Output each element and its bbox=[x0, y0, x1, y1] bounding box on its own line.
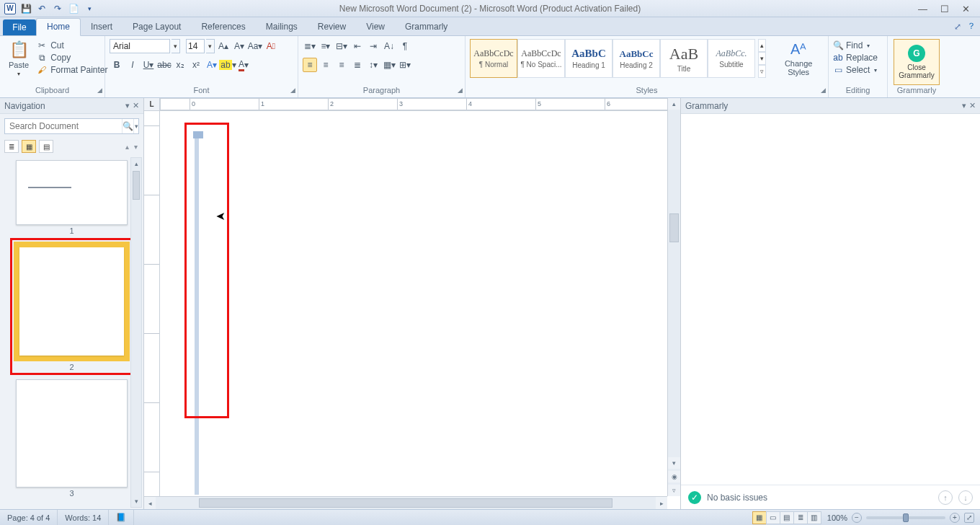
document-canvas[interactable]: ➤ bbox=[160, 111, 680, 509]
clear-formatting-button[interactable]: Aͤ bbox=[264, 39, 278, 53]
nav-next-icon[interactable]: ▾ bbox=[133, 143, 139, 151]
help-icon[interactable]: ？ bbox=[967, 20, 976, 32]
minimize-ribbon-icon[interactable]: ⤢ bbox=[954, 22, 961, 32]
nav-tab-results[interactable]: ▤ bbox=[39, 140, 53, 153]
qat-customize-icon[interactable]: ▾ bbox=[84, 3, 95, 14]
tab-selector[interactable]: L bbox=[144, 98, 160, 110]
font-launcher-icon[interactable]: ◢ bbox=[290, 87, 295, 94]
qat-extra-icon[interactable]: 📄 bbox=[68, 3, 79, 14]
scroll-up-icon[interactable]: ▴ bbox=[131, 158, 141, 169]
styles-more-icon[interactable]: ▿ bbox=[758, 65, 766, 78]
horizontal-scrollbar[interactable]: ◂ ▸ bbox=[144, 496, 667, 509]
text-effects-button[interactable]: A▾ bbox=[205, 58, 219, 72]
styles-row-down-icon[interactable]: ▾ bbox=[758, 52, 766, 65]
nav-thumbs-scrollbar[interactable]: ▴ ▾ bbox=[130, 157, 142, 508]
zoom-fit-button[interactable]: ⤢ bbox=[964, 513, 974, 523]
nav-thumb-page-3[interactable]: 3 bbox=[16, 379, 128, 498]
status-words[interactable]: Words: 14 bbox=[58, 510, 109, 525]
shrink-font-button[interactable]: A▾ bbox=[232, 39, 246, 53]
align-left-button[interactable]: ≡ bbox=[303, 58, 317, 72]
tab-file[interactable]: File bbox=[3, 19, 36, 35]
styles-gallery[interactable]: AaBbCcDc¶ NormalAaBbCcDc¶ No Spaci...AaB… bbox=[470, 39, 755, 78]
decrease-indent-button[interactable]: ⇤ bbox=[350, 39, 365, 53]
close-grammarly-button[interactable]: G Close Grammarly bbox=[894, 39, 940, 85]
numbering-button[interactable]: ≡▾ bbox=[318, 39, 333, 53]
tab-home[interactable]: Home bbox=[36, 18, 81, 36]
shading-button[interactable]: ▦▾ bbox=[382, 58, 396, 72]
grammarly-prev-issue-icon[interactable]: ↑ bbox=[938, 490, 953, 505]
style-tile--normal[interactable]: AaBbCcDc¶ Normal bbox=[470, 39, 517, 78]
search-icon[interactable]: 🔍 bbox=[122, 119, 133, 133]
nav-tab-headings[interactable]: ≣ bbox=[4, 140, 19, 153]
save-icon[interactable]: 💾 bbox=[20, 3, 32, 14]
align-right-button[interactable]: ≡ bbox=[334, 58, 349, 72]
tab-review[interactable]: Review bbox=[308, 19, 356, 35]
status-page[interactable]: Page: 4 of 4 bbox=[0, 510, 58, 525]
style-tile--no-spaci-[interactable]: AaBbCcDc¶ No Spaci... bbox=[517, 39, 565, 78]
italic-button[interactable]: I bbox=[125, 58, 140, 72]
vertical-ruler[interactable] bbox=[144, 111, 160, 509]
view-web-layout[interactable]: ▤ bbox=[780, 511, 794, 524]
styles-launcher-icon[interactable]: ◢ bbox=[821, 87, 826, 94]
cut-button[interactable]: ✂Cut bbox=[36, 40, 107, 50]
nav-pane-close-icon[interactable]: ✕ bbox=[133, 101, 139, 110]
strikethrough-button[interactable]: abc bbox=[157, 58, 172, 72]
styles-scroll[interactable]: ▴ ▾ ▿ bbox=[758, 39, 766, 78]
borders-button[interactable]: ⊞▾ bbox=[398, 58, 412, 72]
multilevel-list-button[interactable]: ⊟▾ bbox=[334, 39, 349, 53]
font-name-dropdown-icon[interactable]: ▾ bbox=[172, 39, 180, 53]
nav-prev-icon[interactable]: ▴ bbox=[124, 143, 130, 151]
tab-mailings[interactable]: Mailings bbox=[256, 19, 308, 35]
horizontal-ruler[interactable]: L bbox=[144, 98, 680, 111]
zoom-out-button[interactable]: − bbox=[852, 513, 862, 523]
tab-page-layout[interactable]: Page Layout bbox=[122, 19, 191, 35]
view-draft[interactable]: ▥ bbox=[807, 511, 821, 524]
zoom-level[interactable]: 100% bbox=[827, 513, 847, 522]
zoom-slider-knob[interactable] bbox=[903, 513, 909, 522]
undo-icon[interactable]: ↶ bbox=[36, 3, 48, 14]
font-size-input[interactable] bbox=[186, 39, 205, 53]
highlight-button[interactable]: ab▾ bbox=[220, 58, 235, 72]
tab-references[interactable]: References bbox=[191, 19, 255, 35]
nav-thumb-page-1[interactable]: 1 bbox=[16, 160, 128, 235]
scroll-down-icon[interactable]: ▾ bbox=[131, 495, 141, 507]
vertical-scrollbar[interactable]: ▴ ▾ ◉ ▿ bbox=[667, 98, 680, 496]
font-color-button[interactable]: A▾ bbox=[236, 58, 251, 72]
sort-button[interactable]: A↓ bbox=[382, 39, 396, 53]
show-marks-button[interactable]: ¶ bbox=[398, 39, 412, 53]
nav-pane-menu-icon[interactable]: ▾ bbox=[125, 101, 130, 110]
view-outline[interactable]: ≣ bbox=[793, 511, 808, 524]
bullets-button[interactable]: ≣▾ bbox=[303, 39, 317, 53]
bold-button[interactable]: B bbox=[110, 58, 124, 72]
clipboard-launcher-icon[interactable]: ◢ bbox=[97, 87, 102, 94]
paragraph-launcher-icon[interactable]: ◢ bbox=[458, 87, 463, 94]
tab-insert[interactable]: Insert bbox=[81, 19, 122, 35]
scroll-left-icon[interactable]: ◂ bbox=[144, 497, 156, 509]
scroll-thumb[interactable] bbox=[199, 498, 612, 508]
style-tile-heading-1[interactable]: AaBbCHeading 1 bbox=[565, 39, 612, 78]
scroll-right-icon[interactable]: ▸ bbox=[656, 497, 667, 509]
scroll-thumb[interactable] bbox=[133, 171, 140, 200]
grammarly-pane-close-icon[interactable]: ✕ bbox=[969, 101, 976, 110]
change-case-button[interactable]: Aa▾ bbox=[248, 39, 262, 53]
view-print-layout[interactable]: ▦ bbox=[752, 511, 767, 524]
underline-button[interactable]: U▾ bbox=[141, 58, 156, 72]
format-painter-button[interactable]: 🖌Format Painter bbox=[36, 65, 107, 75]
nav-thumb-page-2[interactable]: 2 bbox=[10, 238, 133, 375]
status-proofing[interactable]: 📘 bbox=[109, 510, 134, 525]
scroll-thumb[interactable] bbox=[669, 213, 679, 242]
close-button[interactable]: ✕ bbox=[962, 4, 970, 14]
tab-grammarly[interactable]: Grammarly bbox=[395, 19, 458, 35]
style-tile-heading-2[interactable]: AaBbCcHeading 2 bbox=[612, 39, 660, 78]
next-page-icon[interactable]: ▿ bbox=[668, 485, 680, 496]
search-options-icon[interactable]: ▾ bbox=[133, 119, 138, 133]
font-name-input[interactable] bbox=[110, 39, 170, 53]
copy-button[interactable]: ⧉Copy bbox=[36, 53, 107, 63]
font-size-dropdown-icon[interactable]: ▾ bbox=[206, 39, 215, 53]
view-full-screen[interactable]: ▭ bbox=[766, 511, 780, 524]
style-tile-subtitle[interactable]: AaBbCc.Subtitle bbox=[708, 39, 755, 78]
grow-font-button[interactable]: A▴ bbox=[216, 39, 231, 53]
minimize-button[interactable]: — bbox=[918, 4, 927, 14]
styles-row-up-icon[interactable]: ▴ bbox=[758, 39, 766, 52]
tab-view[interactable]: View bbox=[356, 19, 395, 35]
